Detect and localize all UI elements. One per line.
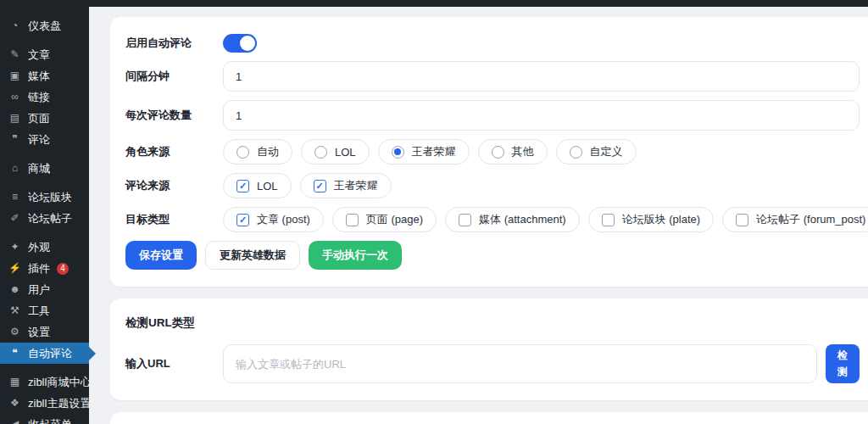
role-option-auto[interactable]: 自动	[223, 139, 292, 165]
sidebar-item-settings[interactable]: ⚙ 设置	[0, 321, 89, 343]
sidebar-item-tools[interactable]: ⚒ 工具	[0, 300, 89, 321]
enable-row: 启用自动评论	[125, 34, 860, 53]
sidebar-item-zibll-shop[interactable]: ▦ zibll商城中心	[0, 371, 89, 393]
sidebar-item-forum-plate[interactable]: ≡ 论坛版块	[0, 187, 89, 208]
sidebar-item-zibll-theme[interactable]: ❖ zibll主题设置	[0, 393, 89, 414]
radio-icon	[570, 146, 582, 159]
role-option-lol[interactable]: LOL	[301, 139, 370, 165]
main-content: 启用自动评论 间隔分钟 每次评论数量 角色来源 自动 LOL 王者荣耀	[89, 7, 868, 424]
update-heroes-button[interactable]: 更新英雄数据	[205, 241, 300, 270]
zibll-shop-icon: ▦	[8, 376, 21, 388]
save-settings-button[interactable]: 保存设置	[125, 241, 197, 270]
checkbox-checked-icon	[236, 214, 249, 226]
sidebar-item-plugins[interactable]: ⚡ 插件 4	[0, 258, 89, 279]
sidebar-item-pages[interactable]: ▤ 页面	[0, 108, 89, 129]
sidebar-item-forum-post[interactable]: ✐ 论坛帖子	[0, 208, 89, 229]
radio-icon	[314, 146, 327, 159]
checkbox-checked-icon	[314, 180, 326, 192]
storefront-icon: ⌂	[8, 162, 21, 175]
sidebar-item-appearance[interactable]: ✦ 外观	[0, 237, 89, 258]
site-name-link[interactable]: ⌂ 鸭e测试	[36, 0, 83, 1]
sidebar-item-comments[interactable]: ❞ 评论	[0, 129, 89, 150]
dashboard-icon: ◔	[8, 20, 21, 32]
run-once-button[interactable]: 手动执行一次	[309, 241, 402, 270]
toggle-knob	[240, 36, 255, 51]
url-input-label: 输入URL	[125, 356, 223, 371]
interval-input[interactable]	[223, 61, 860, 92]
new-content-label: 新建	[246, 0, 266, 1]
howdy-account-link[interactable]: 您好，tengfei	[782, 0, 860, 1]
comment-source-lol[interactable]: LOL	[223, 173, 292, 198]
collapse-arrow-icon: ◀	[8, 418, 21, 424]
target-type-attachment[interactable]: 媒体 (attachment)	[445, 207, 580, 232]
pages-icon: ▤	[8, 112, 21, 125]
theme-settings-label: zibll主题设置	[97, 0, 155, 1]
posts-pin-icon: ✎	[8, 48, 21, 61]
interval-label: 间隔分钟	[125, 69, 223, 84]
new-content-link[interactable]: ＋ 新建	[231, 0, 266, 1]
radio-selected-icon	[392, 146, 404, 159]
users-icon: ☻	[8, 283, 21, 296]
admin-topbar: W ⌂ 鸭e测试 zibll主题设置 ↻ 5 ❞ 0 ＋ 新建 ⟳ 0 您好，t…	[0, 0, 868, 7]
target-type-plate[interactable]: 论坛版块 (plate)	[588, 207, 714, 232]
url-check-card: 检测URL类型 输入URL 检测	[110, 298, 868, 400]
auto-comment-settings-card: 启用自动评论 间隔分钟 每次评论数量 角色来源 自动 LOL 王者荣耀	[110, 17, 868, 287]
comment-source-wzry[interactable]: 王者荣耀	[300, 173, 392, 198]
sidebar-item-shop[interactable]: ⌂ 商城	[0, 158, 89, 179]
tools-icon: ⚒	[8, 304, 21, 317]
target-type-label: 目标类型	[125, 212, 223, 227]
target-type-page[interactable]: 页面 (page)	[332, 207, 437, 232]
radio-icon	[492, 146, 504, 159]
comment-count-input[interactable]	[223, 100, 860, 131]
role-option-other[interactable]: 其他	[478, 139, 548, 165]
url-input-row: 输入URL 检测	[125, 344, 860, 383]
checkbox-icon	[459, 214, 471, 226]
enable-label: 启用自动评论	[125, 36, 223, 51]
comment-count-row: 每次评论数量	[125, 100, 860, 131]
comment-count-label: 每次评论数量	[125, 108, 223, 123]
sidebar-item-dashboard[interactable]: ◔ 仪表盘	[0, 15, 89, 36]
topbar-theme-settings-link[interactable]: zibll主题设置	[97, 0, 155, 1]
checkbox-icon	[346, 214, 359, 226]
data-preview-card: 数据预览 加载预览 生成随机预览	[110, 412, 868, 424]
plus-icon: ＋	[231, 0, 242, 1]
checkbox-checked-icon	[236, 180, 249, 192]
forum-plate-icon: ≡	[8, 191, 21, 204]
appearance-brush-icon: ✦	[8, 241, 21, 254]
sidebar-item-users[interactable]: ☻ 用户	[0, 279, 89, 300]
checkbox-icon	[602, 214, 615, 226]
role-option-custom[interactable]: 自定义	[556, 139, 637, 165]
radio-icon	[236, 146, 249, 159]
sidebar-item-links[interactable]: ∞ 链接	[0, 86, 89, 108]
checkbox-icon	[736, 214, 748, 226]
sidebar-item-auto-comment[interactable]: ❝ 自动评论	[0, 343, 89, 364]
role-source-row: 角色来源 自动 LOL 王者荣耀 其他 自定义	[125, 139, 860, 165]
enable-toggle[interactable]	[223, 34, 257, 53]
target-type-forum-post[interactable]: 论坛帖子 (forum_post)	[722, 207, 868, 232]
sidebar-item-media[interactable]: ▣ 媒体	[0, 65, 89, 86]
site-name-label: 鸭e测试	[47, 0, 83, 1]
media-icon: ▣	[8, 70, 21, 82]
interval-row: 间隔分钟	[125, 61, 860, 92]
comments-icon: ❞	[8, 133, 21, 146]
links-chain-icon: ∞	[8, 91, 21, 103]
role-option-wzry[interactable]: 王者荣耀	[378, 139, 470, 165]
settings-gear-icon: ⚙	[8, 326, 21, 338]
url-check-title: 检测URL类型	[125, 315, 860, 331]
comment-source-row: 评论来源 LOL 王者荣耀	[125, 173, 860, 198]
plugins-update-badge: 4	[57, 263, 69, 275]
howdy-text: 您好，tengfei	[782, 0, 843, 1]
admin-sidebar: ◔ 仪表盘 ✎ 文章 ▣ 媒体 ∞ 链接 ▤ 页面 ❞ 评论 ⌂ 商城 ≡ 论坛…	[0, 7, 89, 424]
target-type-post[interactable]: 文章 (post)	[223, 207, 324, 232]
sidebar-item-posts[interactable]: ✎ 文章	[0, 44, 89, 65]
sidebar-item-collapse-menu[interactable]: ◀ 收起菜单	[0, 414, 89, 424]
target-type-row: 目标类型 文章 (post) 页面 (page) 媒体 (attachment)…	[125, 207, 860, 232]
forum-post-icon: ✐	[8, 212, 21, 225]
comment-source-label: 评论来源	[125, 178, 223, 193]
auto-comment-icon: ❝	[8, 347, 21, 360]
zibll-theme-icon: ❖	[8, 397, 21, 410]
url-input[interactable]	[223, 344, 817, 383]
check-url-button[interactable]: 检测	[826, 344, 860, 383]
plugins-icon: ⚡	[8, 262, 21, 275]
settings-actions-row: 保存设置 更新英雄数据 手动执行一次	[125, 241, 860, 270]
